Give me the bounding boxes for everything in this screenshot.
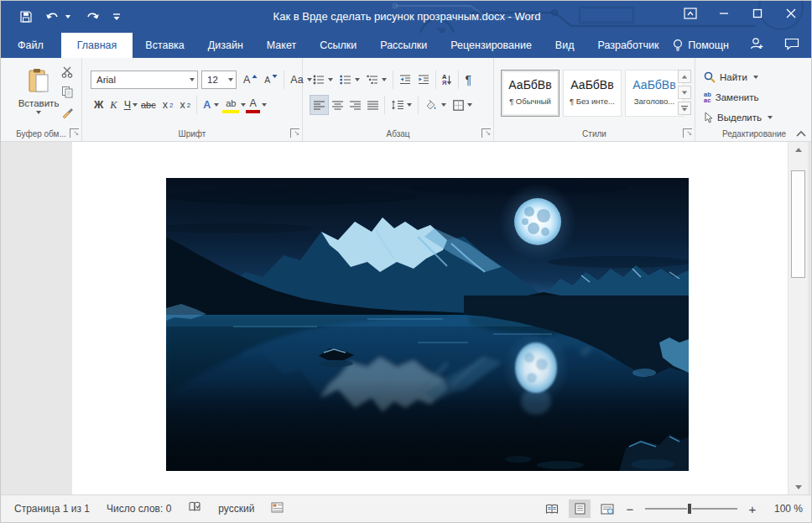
paste-label: Вставить [13, 98, 65, 108]
ribbon-display-options-button[interactable] [674, 1, 707, 26]
tab-view[interactable]: Вид [544, 33, 586, 58]
font-name-combo[interactable]: Arial [91, 71, 198, 89]
style-heading1[interactable]: АаБбВв Заголово... [625, 70, 684, 117]
language-indicator[interactable]: русский [218, 503, 254, 515]
styles-dialog-launcher[interactable]: ↘ [683, 128, 692, 138]
tab-insert[interactable]: Вставка [134, 33, 195, 58]
grow-font-button[interactable]: A [240, 70, 261, 90]
macro-recording-icon[interactable] [271, 502, 284, 515]
collapse-ribbon-button[interactable] [796, 130, 806, 137]
strikethrough-button[interactable]: abc [138, 95, 159, 115]
find-button[interactable]: Найти [704, 68, 758, 86]
shrink-font-button[interactable]: A [261, 70, 281, 90]
zoom-in-button[interactable]: + [747, 502, 758, 516]
line-spacing-button[interactable] [388, 95, 415, 115]
share-sign-in-button[interactable] [749, 37, 764, 54]
styles-gallery-more-button[interactable] [678, 102, 691, 115]
copy-button[interactable] [61, 86, 74, 102]
redo-button[interactable] [83, 11, 100, 23]
format-painter-button[interactable] [61, 106, 74, 122]
text-effects-button[interactable]: А [200, 95, 222, 115]
multilevel-list-button[interactable] [363, 70, 390, 90]
zoom-out-button[interactable]: − [624, 502, 636, 516]
feedback-button[interactable] [784, 38, 799, 54]
tab-design[interactable]: Дизайн [197, 33, 254, 58]
save-button[interactable] [19, 10, 33, 24]
superscript-button[interactable]: x2 [176, 95, 194, 115]
vertical-scrollbar[interactable] [788, 142, 808, 494]
style-no-spacing[interactable]: АаБбВв ¶ Без инте... [563, 70, 622, 117]
increase-indent-button[interactable] [414, 70, 433, 90]
bullets-button[interactable] [310, 70, 336, 90]
tab-review[interactable]: Рецензирование [440, 33, 543, 58]
shading-button[interactable] [421, 95, 450, 115]
font-size-combo[interactable]: 12 [201, 71, 237, 89]
numbering-button[interactable] [336, 70, 363, 90]
undo-dropdown[interactable] [65, 15, 70, 18]
paste-button[interactable]: Вставить [13, 68, 65, 114]
tab-references[interactable]: Ссылки [309, 33, 367, 58]
borders-button[interactable] [450, 95, 476, 115]
tell-me-assistant[interactable]: Помощн [673, 39, 729, 52]
group-font: Arial 12 A A Aa Ж К Ч abc x2 x2 А ab А Ш… [82, 58, 303, 141]
ribbon: Вставить Буфер обм... ↘ Arial 12 [1, 58, 812, 142]
styles-gallery-down-button[interactable] [678, 86, 691, 99]
font-color-dropdown[interactable] [262, 103, 267, 107]
replace-button[interactable]: abac Заменить [704, 88, 758, 107]
tab-layout[interactable]: Макет [256, 33, 307, 58]
quick-access-toolbar [19, 1, 121, 33]
maximize-button[interactable] [741, 1, 774, 26]
scissors-icon [61, 66, 74, 78]
zoom-slider-thumb[interactable] [687, 503, 692, 515]
tab-mailings[interactable]: Рассылки [369, 33, 438, 58]
title-bar: Как в Врде сделать рисунок прозрачным.do… [1, 1, 812, 33]
zoom-slider[interactable] [645, 508, 737, 510]
scrollbar-thumb[interactable] [791, 170, 805, 278]
paste-dropdown[interactable] [36, 111, 41, 114]
subscript-button[interactable]: x2 [159, 95, 177, 115]
style-normal[interactable]: АаБбВв ¶ Обычный [501, 70, 560, 117]
customize-qat-button[interactable] [112, 12, 121, 22]
font-dialog-launcher[interactable]: ↘ [290, 128, 299, 138]
clipboard-dialog-launcher[interactable]: ↘ [70, 128, 79, 138]
read-mode-button[interactable] [541, 499, 563, 518]
print-layout-button[interactable] [569, 499, 591, 518]
tab-developer[interactable]: Разработчик [586, 33, 669, 58]
tab-home[interactable]: Главная [61, 33, 133, 58]
shading-bucket-icon [424, 100, 438, 111]
highlight-color-button[interactable]: ab [222, 97, 239, 113]
document-area [1, 142, 812, 494]
justify-button[interactable] [364, 95, 382, 115]
zoom-level[interactable]: 100 % [769, 503, 803, 515]
minimize-button[interactable] [707, 1, 741, 26]
align-right-button[interactable] [346, 95, 364, 115]
document-picture-moon-lake[interactable] [166, 178, 689, 471]
italic-button[interactable]: К [107, 95, 120, 115]
font-color-button[interactable]: А [246, 97, 259, 113]
bold-button[interactable]: Ж [91, 95, 107, 115]
align-left-button[interactable] [310, 95, 329, 115]
scroll-up-button[interactable] [789, 142, 809, 157]
tab-file[interactable]: Файл [2, 33, 60, 58]
align-center-button[interactable] [329, 95, 346, 115]
group-styles: АаБбВв ¶ Обычный АаБбВв ¶ Без инте... Аа… [494, 58, 695, 141]
web-layout-button[interactable] [596, 499, 618, 518]
show-paragraph-marks-button[interactable]: ¶ [461, 70, 475, 90]
undo-button[interactable] [45, 11, 70, 23]
document-page[interactable] [72, 142, 788, 494]
select-button[interactable]: Выделить [704, 108, 773, 127]
comment-icon [784, 38, 799, 50]
close-button[interactable] [774, 1, 808, 26]
sort-button[interactable]: АЯ [439, 70, 455, 90]
cut-button[interactable] [61, 66, 74, 81]
person-plus-icon [749, 37, 764, 50]
paragraph-dialog-launcher[interactable]: ↘ [481, 128, 491, 138]
scroll-down-button[interactable] [789, 479, 809, 494]
proofing-status-icon[interactable] [188, 501, 201, 516]
word-count[interactable]: Число слов: 0 [107, 503, 171, 515]
decrease-indent-icon [399, 75, 411, 85]
decrease-indent-button[interactable] [396, 70, 414, 90]
styles-gallery-up-button[interactable] [678, 70, 691, 83]
page-indicator[interactable]: Страница 1 из 1 [14, 503, 90, 515]
group-paragraph: АЯ ¶ [303, 58, 494, 141]
